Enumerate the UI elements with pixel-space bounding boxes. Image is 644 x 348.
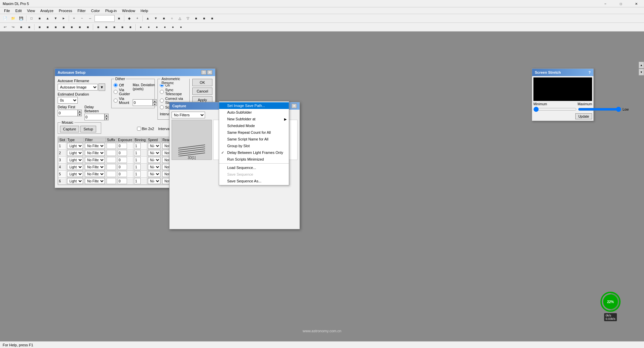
delay-first-input[interactable] — [58, 110, 78, 116]
filter-select[interactable]: No Filters — [85, 143, 105, 149]
maximum-slider[interactable] — [578, 107, 621, 112]
tb2-21[interactable]: ● — [169, 23, 177, 31]
tb2-7[interactable]: ■ — [52, 23, 59, 31]
speed-select[interactable]: N/A — [148, 178, 160, 184]
astro-solve-radio[interactable] — [160, 105, 164, 109]
exposure-input[interactable] — [118, 150, 127, 156]
tb2-13[interactable]: ■ — [103, 23, 110, 31]
filter-select[interactable]: No Filters — [85, 171, 105, 177]
exposure-input[interactable] — [118, 143, 127, 149]
tb15[interactable]: △ — [176, 15, 184, 22]
binning-input[interactable] — [134, 157, 141, 163]
suffix-input[interactable] — [107, 157, 116, 163]
context-menu-item[interactable]: New Subfolder at▶ — [219, 116, 289, 122]
exposure-input[interactable] — [118, 171, 127, 177]
filter-select[interactable]: No Filters — [172, 112, 205, 118]
menu-process[interactable]: Process — [56, 7, 75, 14]
context-menu-item[interactable]: Load Sequence... — [219, 164, 289, 171]
tb2-16[interactable]: ■ — [127, 23, 134, 31]
suffix-input[interactable] — [107, 164, 116, 170]
exposure-input[interactable] — [118, 164, 127, 170]
autosave-help-btn[interactable]: ? — [201, 70, 206, 75]
dither-off-radio[interactable] — [114, 83, 118, 87]
screen-stretch-help[interactable]: ? — [588, 70, 591, 74]
delay-between-up[interactable]: ▲ — [105, 114, 109, 117]
zoom-out-btn[interactable]: − — [78, 15, 86, 22]
update-button[interactable]: Update — [575, 113, 592, 119]
tb2-4[interactable]: ■ — [25, 23, 33, 31]
tb3[interactable]: □ — [28, 15, 35, 22]
binning-input[interactable] — [134, 178, 141, 184]
max-dev-input[interactable] — [133, 99, 153, 106]
zoom-fit-btn[interactable]: ↔ — [86, 15, 94, 22]
capture-close-btn[interactable]: ✕ — [292, 104, 297, 108]
binning-input[interactable] — [134, 143, 141, 149]
context-menu-item[interactable]: Run Scripts Minimized — [219, 156, 289, 163]
tb2-10[interactable]: ■ — [76, 23, 83, 31]
astro-correct-radio[interactable] — [160, 99, 164, 103]
context-menu-item[interactable]: Set Image Save Path... — [219, 102, 289, 109]
ok-button[interactable]: OK — [192, 79, 212, 86]
suffix-input[interactable] — [107, 171, 116, 177]
bin2x2-check[interactable] — [137, 127, 141, 131]
speed-select[interactable]: N/A — [148, 143, 160, 149]
suffix-input[interactable] — [107, 143, 116, 149]
tb2-3[interactable]: ■ — [17, 23, 25, 31]
capture-button[interactable]: Capture — [60, 126, 79, 132]
tb8[interactable]: ■ — [115, 15, 123, 22]
tb5[interactable]: ▲ — [44, 15, 51, 22]
duration-select[interactable]: 0s — [58, 97, 78, 104]
close-button[interactable]: ✕ — [629, 0, 644, 7]
exposure-input[interactable] — [118, 157, 127, 163]
filename-select[interactable]: Autosave Image — [58, 84, 98, 91]
tb2-22[interactable]: ● — [177, 23, 185, 31]
tb14[interactable]: ○ — [168, 15, 176, 22]
speed-select[interactable]: N/A — [148, 171, 160, 177]
tb7[interactable]: ► — [60, 15, 67, 22]
type-select[interactable]: Light_ — [67, 164, 83, 170]
dither-guider-radio[interactable] — [114, 90, 118, 94]
binning-input[interactable] — [134, 150, 141, 156]
autosave-close-btn[interactable]: ✕ — [207, 70, 212, 75]
tb17[interactable]: ■ — [192, 15, 200, 22]
tb2-5[interactable]: ■ — [36, 23, 43, 31]
type-select[interactable]: Light_ — [67, 178, 83, 184]
tb2-8[interactable]: ■ — [60, 23, 67, 31]
type-select[interactable]: Light_ — [67, 150, 83, 156]
side-arrow-up[interactable]: ▲ — [639, 62, 644, 68]
filter-select[interactable]: No Filters — [85, 164, 105, 170]
suffix-input[interactable] — [107, 178, 116, 184]
tb2-19[interactable]: ● — [153, 23, 160, 31]
tb10[interactable]: + — [134, 15, 141, 22]
tb9[interactable]: ◆ — [126, 15, 133, 22]
tb19[interactable]: ■ — [208, 15, 216, 22]
context-menu-item[interactable]: ✓Delay Between Light Frames Only — [219, 149, 289, 156]
speed-select[interactable]: N/A — [148, 164, 160, 170]
menu-help[interactable]: Help — [138, 7, 151, 14]
context-menu-item[interactable]: Scheduled Mode — [219, 122, 289, 129]
exposure-input[interactable] — [118, 178, 127, 184]
menu-edit[interactable]: Edit — [13, 7, 24, 14]
filter-select[interactable]: No Filters — [85, 157, 105, 163]
delay-between-input[interactable] — [84, 114, 105, 120]
binning-input[interactable] — [134, 164, 141, 170]
filter-select[interactable]: No Filters — [85, 150, 105, 156]
context-menu-item[interactable]: Group by Slot — [219, 142, 289, 149]
menu-color[interactable]: Color — [88, 7, 103, 14]
cancel-button[interactable]: Cancel — [192, 88, 212, 95]
suffix-input[interactable] — [107, 150, 116, 156]
tb2-2[interactable]: ↪ — [9, 23, 17, 31]
speed-select[interactable]: N/A — [148, 150, 160, 156]
type-select[interactable]: Light_ — [67, 157, 83, 163]
binning-input[interactable] — [134, 171, 141, 177]
type-select[interactable]: Light_ — [67, 143, 83, 149]
delay-between-down[interactable]: ▼ — [105, 117, 109, 120]
context-menu-item[interactable]: Same Repeat Count for All — [219, 129, 289, 136]
menu-window[interactable]: Window — [119, 7, 138, 14]
save-btn[interactable]: 💾 — [17, 15, 25, 22]
minimize-button[interactable]: − — [598, 0, 613, 7]
menu-view[interactable]: View — [24, 7, 38, 14]
tb4[interactable]: ■ — [36, 15, 43, 22]
filter-select[interactable]: No Filters — [85, 178, 105, 184]
tb18[interactable]: ■ — [200, 15, 208, 22]
